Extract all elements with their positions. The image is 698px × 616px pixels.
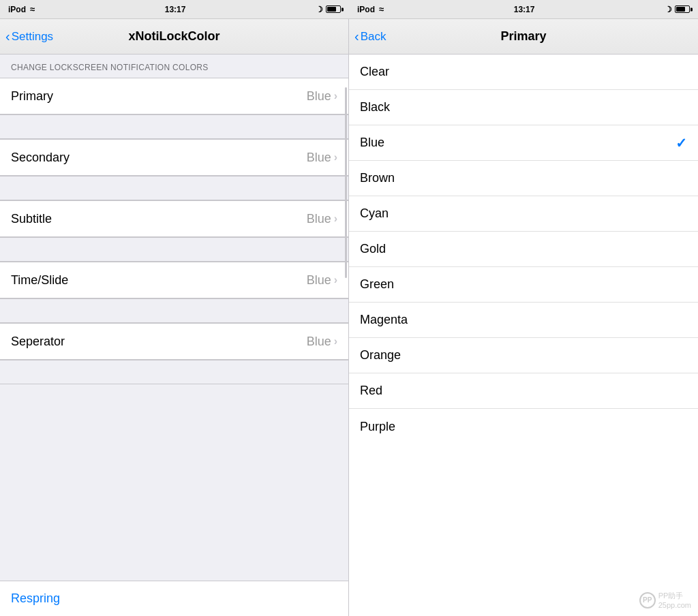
color-row-clear[interactable]: Clear [349,55,698,90]
panels: ‹ Settings xNotiLockColor CHANGE LOCKSCR… [0,19,698,616]
timeslide-value: Blue [307,273,331,288]
left-back-label: Settings [12,30,53,44]
timeslide-group: Time/Slide Blue › [0,262,348,298]
subtitle-chevron-icon: › [334,213,337,225]
secondary-label: Secondary [11,151,70,165]
color-row-orange[interactable]: Orange [349,338,698,373]
seperator-label: Seperator [11,335,65,349]
secondary-group: Secondary Blue › [0,139,348,176]
secondary-value: Blue [307,151,331,165]
color-label-cyan: Cyan [360,206,389,221]
left-status-right: ☽ [316,5,341,14]
left-status: iPod ≈ 13:17 ☽ [0,0,349,19]
color-list: Clear Black Blue ✓ Brown Cyan Gold Green [349,55,698,616]
scroll-indicator [345,87,347,278]
color-label-blue: Blue [360,136,384,150]
watermark-logo: PP [639,592,656,609]
color-label-purple: Purple [360,420,395,434]
color-row-black[interactable]: Black [349,90,698,125]
seperator-chevron-icon: › [334,335,337,348]
respring-row[interactable]: Respring [0,581,348,616]
color-label-magenta: Magenta [360,313,408,327]
right-status: iPod ≈ 13:17 ☽ [349,0,698,19]
color-row-cyan[interactable]: Cyan [349,196,698,232]
right-status-left: iPod ≈ [357,4,384,14]
color-row-magenta[interactable]: Magenta [349,303,698,338]
right-nav-bar: ‹ Back Primary [349,19,698,55]
right-nav-title: Primary [500,29,546,44]
subtitle-value: Blue [307,212,331,226]
gap-4 [0,298,348,323]
left-battery-icon [326,5,341,13]
color-row-brown[interactable]: Brown [349,161,698,196]
secondary-row[interactable]: Secondary Blue › [0,140,348,175]
right-battery-icon [675,5,690,13]
watermark-text: PP助手25pp.com [658,591,691,609]
color-label-brown: Brown [360,171,395,185]
seperator-value: Blue [307,335,331,349]
timeslide-label: Time/Slide [11,273,68,288]
primary-value: Blue [307,89,331,104]
right-time: 13:17 [514,5,535,14]
right-status-right: ☽ [665,5,690,14]
left-moon-icon: ☽ [316,5,323,14]
gap-2 [0,176,348,200]
primary-row[interactable]: Primary Blue › [0,78,348,114]
watermark: PP PP助手25pp.com [639,591,691,609]
section-header: CHANGE LOCKSCREEN NOTIFICATION COLORS [0,55,348,78]
left-device-label: iPod [8,5,26,14]
left-nav-title: xNotiLockColor [128,29,219,44]
color-label-clear: Clear [360,65,389,79]
color-row-blue[interactable]: Blue ✓ [349,125,698,161]
respring-label: Respring [11,591,60,606]
timeslide-row[interactable]: Time/Slide Blue › [0,262,348,298]
left-panel: ‹ Settings xNotiLockColor CHANGE LOCKSCR… [0,19,349,616]
left-time: 13:17 [165,5,186,14]
subtitle-group: Subtitle Blue › [0,200,348,237]
blue-checkmark-icon: ✓ [676,135,687,151]
right-back-label: Back [361,30,386,44]
color-row-red[interactable]: Red [349,373,698,409]
color-label-gold: Gold [360,242,386,256]
seperator-group: Seperator Blue › [0,323,348,360]
gap-5 [0,360,348,384]
color-row-gold[interactable]: Gold [349,232,698,267]
left-nav-bar: ‹ Settings xNotiLockColor [0,19,348,55]
seperator-row[interactable]: Seperator Blue › [0,324,348,359]
right-wifi-icon: ≈ [379,4,384,14]
color-label-green: Green [360,277,394,292]
gap-1 [0,114,348,139]
right-panel: ‹ Back Primary Clear Black Blue ✓ Brown … [349,19,698,616]
primary-label: Primary [11,89,53,104]
subtitle-value-group: Blue › [307,212,337,226]
subtitle-label: Subtitle [11,212,52,226]
timeslide-chevron-icon: › [334,274,337,286]
status-bar: iPod ≈ 13:17 ☽ iPod ≈ 13:17 ☽ [0,0,698,19]
left-back-button[interactable]: ‹ Settings [5,30,53,44]
right-device-label: iPod [357,5,375,14]
color-label-orange: Orange [360,348,401,363]
secondary-value-group: Blue › [307,151,337,165]
primary-group: Primary Blue › [0,78,348,114]
secondary-chevron-icon: › [334,151,337,164]
color-label-red: Red [360,384,382,398]
gap-3 [0,237,348,262]
color-label-black: Black [360,100,390,114]
seperator-value-group: Blue › [307,335,337,349]
color-row-green[interactable]: Green [349,267,698,303]
color-row-purple[interactable]: Purple [349,409,698,444]
subtitle-row[interactable]: Subtitle Blue › [0,201,348,236]
left-back-chevron-icon: ‹ [5,29,10,43]
primary-chevron-icon: › [334,90,337,102]
left-wifi-icon: ≈ [30,4,35,14]
timeslide-value-group: Blue › [307,273,337,288]
primary-value-group: Blue › [307,89,337,104]
left-status-left: iPod ≈ [8,4,35,14]
right-moon-icon: ☽ [665,5,672,14]
right-back-chevron-icon: ‹ [354,29,359,43]
right-back-button[interactable]: ‹ Back [354,30,386,44]
